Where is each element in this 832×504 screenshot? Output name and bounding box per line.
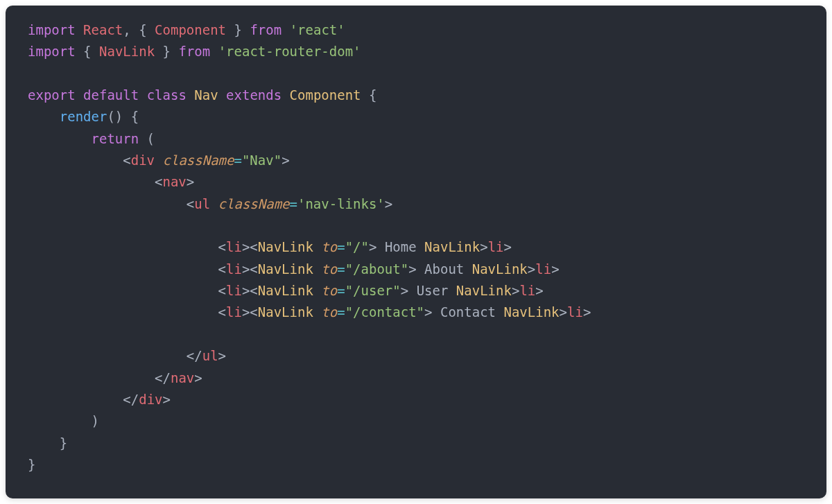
code-line-close-brace1: } [28, 433, 804, 454]
nav-item-line-0: <li><NavLink to="/"> Home NavLink>li> [28, 236, 804, 258]
code-line-close-brace2: } [28, 454, 804, 476]
code-line-7: <div className="Nav"> [28, 150, 804, 171]
code-line-5: render() { [28, 106, 804, 128]
code-line-close-nav: </nav> [28, 367, 804, 389]
nav-item-line-3: <li><NavLink to="/contact"> Contact NavL… [28, 302, 804, 323]
code-line-close-paren: ) [28, 410, 804, 432]
code-line-blank [28, 215, 804, 236]
code-line-1: import React, { Component } from 'react' [28, 19, 804, 41]
code-line-close-div: </div> [28, 389, 804, 410]
code-line-blank2 [28, 324, 804, 345]
code-line-3 [28, 63, 804, 85]
code-block: import React, { Component } from 'react'… [6, 6, 826, 498]
code-line-8: <nav> [28, 171, 804, 193]
nav-item-line-1: <li><NavLink to="/about"> About NavLink>… [28, 259, 804, 280]
code-line-6: return ( [28, 128, 804, 150]
code-line-2: import { NavLink } from 'react-router-do… [28, 41, 804, 62]
nav-item-line-2: <li><NavLink to="/user"> User NavLink>li… [28, 280, 804, 302]
code-line-9: <ul className='nav-links'> [28, 193, 804, 215]
code-line-close-ul: </ul> [28, 345, 804, 367]
code-line-4: export default class Nav extends Compone… [28, 85, 804, 106]
